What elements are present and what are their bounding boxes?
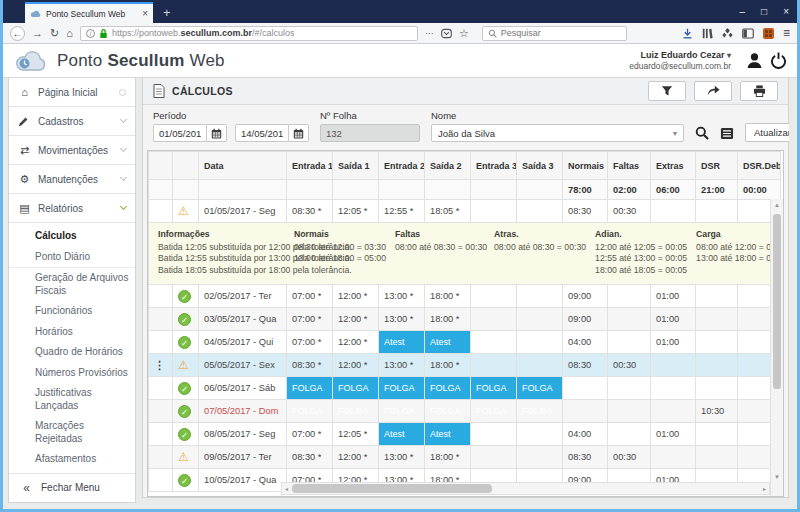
- sidebar-item-afastamentos[interactable]: Afastamentos: [9, 449, 135, 470]
- page-toolbar: CÁLCULOS: [143, 78, 788, 105]
- total-extras: 06:00: [651, 180, 696, 200]
- warning-icon: ⚠: [178, 358, 189, 372]
- warning-icon: ⚠: [178, 204, 189, 218]
- date-from-input[interactable]: [153, 124, 207, 142]
- new-tab-button[interactable]: +: [163, 3, 171, 23]
- vertical-scroll-thumb[interactable]: [773, 214, 781, 389]
- info-adiantamentos: Adian.12:00 até 12:05 = 00:0512:55 até 1…: [595, 229, 687, 276]
- page-actions-icon[interactable]: ···: [425, 28, 434, 38]
- close-menu-button[interactable]: « Fechar Menu: [9, 474, 135, 502]
- atualizar-button[interactable]: Atualizar: [745, 123, 789, 142]
- chevron-down-icon: [120, 174, 127, 181]
- folga-cell[interactable]: FOLGA: [471, 377, 517, 400]
- download-icon[interactable]: [682, 28, 693, 39]
- forward-button[interactable]: →: [32, 28, 43, 39]
- folga-cell[interactable]: FOLGA: [333, 377, 379, 400]
- periodo-label: Período: [153, 110, 309, 121]
- search-input[interactable]: [501, 28, 621, 38]
- folga-cell[interactable]: FOLGA: [287, 400, 333, 423]
- url-bar[interactable]: i https://pontoweb.secullum.com.br/#/cal…: [80, 26, 418, 41]
- folga-cell[interactable]: FOLGA: [425, 400, 471, 423]
- chevron-down-icon: [120, 116, 127, 123]
- scroll-right-icon[interactable]: ▸: [763, 485, 766, 492]
- share-arrow-icon: [707, 85, 720, 97]
- sidebar-item-relatorios[interactable]: ▤ Relatórios: [9, 194, 135, 223]
- reload-button[interactable]: ↻: [50, 28, 59, 39]
- folga-cell[interactable]: FOLGA: [379, 400, 425, 423]
- atestado-cell[interactable]: Atest: [425, 423, 471, 446]
- employee-list-button[interactable]: [720, 124, 734, 142]
- print-button[interactable]: [740, 81, 778, 101]
- atestado-cell[interactable]: Atest: [425, 331, 471, 354]
- folga-cell[interactable]: FOLGA: [287, 377, 333, 400]
- browser-tab[interactable]: Ponto Secullum Web ×: [25, 2, 153, 23]
- table-row: ✓ 08/05/2017 - Seg 07:00 * 12:05 * Atest…: [149, 423, 781, 446]
- table-row: ⚠ 09/05/2017 - Ter 08:30 * 12:00 * 13:00…: [149, 446, 781, 469]
- tab-close-icon[interactable]: ×: [142, 8, 148, 19]
- window-close-button[interactable]: ×: [783, 6, 789, 17]
- sidebar-item-movimentacoes[interactable]: ⇄ Movimentações: [9, 136, 135, 165]
- back-button[interactable]: ←: [10, 26, 25, 41]
- user-menu[interactable]: Luiz Eduardo Cezar ▾ eduardo@secullum.co…: [629, 50, 731, 72]
- total-dsrdeb: 00:00: [738, 180, 781, 200]
- horizontal-scrollbar[interactable]: ◂ ▸: [281, 482, 770, 495]
- library-icon[interactable]: [702, 28, 713, 39]
- atestado-cell[interactable]: Atest: [379, 331, 425, 354]
- table-row: ✓ 04/05/2017 - Qui 07:00 * 12:00 * Atest…: [149, 331, 781, 354]
- calendar-icon[interactable]: [207, 124, 227, 142]
- folga-cell[interactable]: FOLGA: [471, 400, 517, 423]
- search-bar[interactable]: [482, 26, 627, 41]
- sidebar-item-funcionarios[interactable]: Funcionários: [9, 301, 135, 322]
- sidebar-item-pagina-inicial[interactable]: ⌂ Página Inicial: [9, 78, 135, 107]
- folga-cell[interactable]: FOLGA: [517, 377, 563, 400]
- atestado-cell[interactable]: Atest: [379, 423, 425, 446]
- highlights-gem-icon[interactable]: [722, 28, 733, 39]
- row-menu-kebab-icon[interactable]: ⋮: [154, 359, 165, 371]
- date-cell: 09/05/2017 - Ter: [199, 446, 287, 469]
- folga-cell[interactable]: FOLGA: [379, 377, 425, 400]
- horizontal-scroll-thumb[interactable]: [292, 484, 492, 493]
- calendar-icon[interactable]: [289, 124, 309, 142]
- sidebar-item-manutencoes[interactable]: ⚙ Manutenções: [9, 165, 135, 194]
- sidebar-item-marcacoes-rejeitadas[interactable]: Marcações Rejeitadas: [9, 416, 135, 449]
- folga-cell[interactable]: FOLGA: [517, 400, 563, 423]
- sidebar-item-geracao-arquivos[interactable]: Geração de Arquivos Fiscais: [9, 267, 135, 301]
- gear-icon: ⚙: [18, 174, 31, 185]
- sidebar-item-ponto-diario[interactable]: Ponto Diário: [9, 247, 135, 268]
- sidebar-item-quadro-horarios[interactable]: Quadro de Horários: [9, 342, 135, 363]
- calculations-table: Data Entrada 1 Saída 1 Entrada 2 Saída 2…: [148, 151, 781, 492]
- user-profile-icon[interactable]: [746, 52, 763, 69]
- hamburger-menu-icon[interactable]: ≡: [783, 26, 790, 40]
- folga-cell[interactable]: FOLGA: [425, 377, 471, 400]
- sidebar-item-justificativas[interactable]: Justificativas Lançadas: [9, 383, 135, 416]
- home-indicator-icon: [119, 89, 126, 96]
- sidebar-item-numeros-provisorios[interactable]: Números Provisórios: [9, 363, 135, 384]
- employee-search-button[interactable]: [695, 124, 709, 142]
- date-to-input[interactable]: [235, 124, 289, 142]
- info-carga: Carga08:00 até 12:00 = 04:0013:00 até 18…: [696, 229, 780, 265]
- sidebars-icon[interactable]: [742, 28, 754, 39]
- filter-button[interactable]: [648, 81, 686, 101]
- page-info-icon[interactable]: i: [86, 29, 95, 38]
- date-cell: 08/05/2017 - Seg: [199, 423, 287, 446]
- scroll-down-icon[interactable]: ▼: [771, 474, 783, 480]
- export-button[interactable]: [694, 81, 732, 101]
- window-maximize-button[interactable]: □: [761, 6, 767, 17]
- sidebar-item-horarios[interactable]: Horários: [9, 322, 135, 343]
- logout-power-icon[interactable]: [770, 52, 787, 69]
- sidebar-item-cadastros[interactable]: Cadastros: [9, 107, 135, 136]
- folga-cell[interactable]: FOLGA: [333, 400, 379, 423]
- nome-select[interactable]: João da Silva ▾: [431, 124, 684, 142]
- bookmark-star-icon[interactable]: ☆: [459, 27, 469, 40]
- home-button[interactable]: ⌂: [66, 28, 73, 39]
- extension-icon[interactable]: [763, 28, 774, 39]
- sidebar-item-calculos[interactable]: Cálculos: [9, 226, 135, 247]
- vertical-scrollbar[interactable]: ▲ ▼: [770, 199, 783, 496]
- pocket-icon[interactable]: [441, 28, 452, 39]
- total-dsr: 21:00: [696, 180, 738, 200]
- window-minimize-button[interactable]: –: [740, 6, 746, 17]
- app-header: Ponto Secullum Web Luiz Eduardo Cezar ▾ …: [3, 44, 797, 78]
- scroll-left-icon[interactable]: ◂: [285, 485, 288, 492]
- scroll-up-icon[interactable]: ▲: [771, 202, 783, 208]
- printer-icon: [753, 85, 766, 97]
